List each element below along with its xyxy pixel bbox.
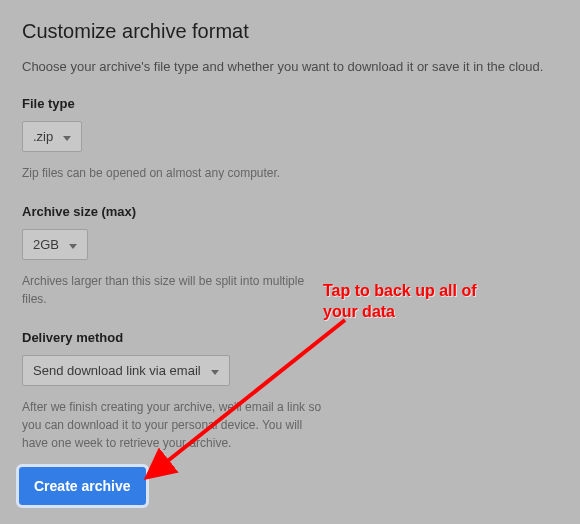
file-type-dropdown[interactable]: .zip <box>22 121 82 152</box>
annotation-text: Tap to back up all of your data <box>323 281 477 323</box>
archive-size-helper: Archives larger than this size will be s… <box>22 272 322 308</box>
file-type-label: File type <box>22 96 558 111</box>
archive-size-section: Archive size (max) 2GB Archives larger t… <box>22 204 558 308</box>
delivery-method-helper: After we finish creating your archive, w… <box>22 398 322 452</box>
caret-down-icon <box>63 129 71 144</box>
create-archive-button[interactable]: Create archive <box>19 467 146 505</box>
delivery-method-dropdown[interactable]: Send download link via email <box>22 355 230 386</box>
delivery-method-value: Send download link via email <box>33 363 201 378</box>
delivery-method-label: Delivery method <box>22 330 558 345</box>
archive-size-dropdown[interactable]: 2GB <box>22 229 88 260</box>
caret-down-icon <box>211 363 219 378</box>
page-subtitle: Choose your archive's file type and whet… <box>22 59 558 74</box>
file-type-section: File type .zip Zip files can be opened o… <box>22 96 558 182</box>
archive-size-value: 2GB <box>33 237 59 252</box>
file-type-helper: Zip files can be opened on almost any co… <box>22 164 322 182</box>
file-type-value: .zip <box>33 129 53 144</box>
delivery-method-section: Delivery method Send download link via e… <box>22 330 558 452</box>
page-title: Customize archive format <box>22 20 558 43</box>
archive-size-label: Archive size (max) <box>22 204 558 219</box>
caret-down-icon <box>69 237 77 252</box>
